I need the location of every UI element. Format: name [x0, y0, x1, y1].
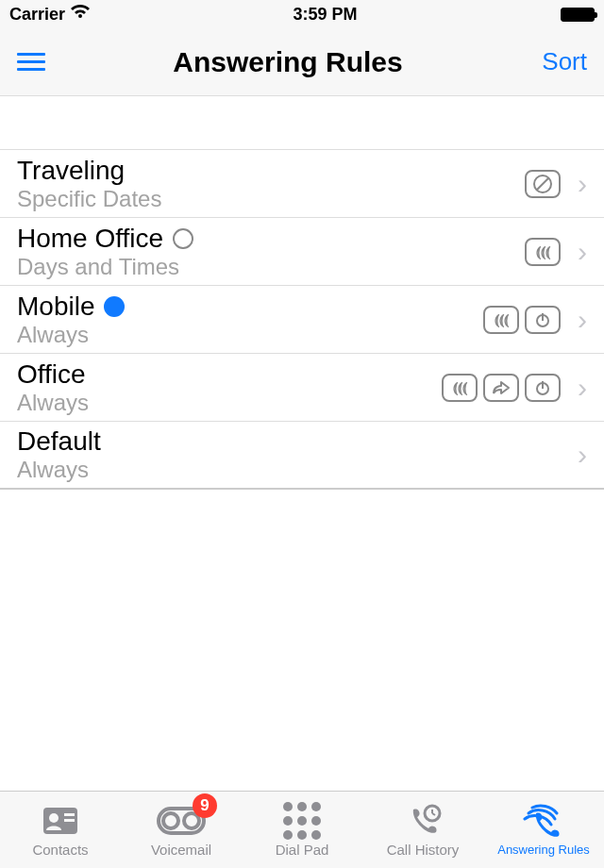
tab-label: Answering Rules — [497, 843, 590, 857]
contacts-icon — [40, 802, 81, 840]
block-icon — [525, 170, 561, 198]
svg-point-11 — [163, 813, 178, 828]
dialpad-icon — [283, 802, 321, 840]
voicemail-badge: 9 — [193, 793, 217, 818]
rules-list: Traveling Specific Dates › Home Office D… — [0, 149, 604, 490]
rule-title: Traveling — [17, 156, 125, 186]
tab-voicemail[interactable]: 9 Voicemail — [121, 792, 242, 868]
rule-row-home-office[interactable]: Home Office Days and Times ⦅⦅⦅ › — [0, 218, 604, 286]
simring-icon: ⦅⦅⦅ — [525, 238, 561, 266]
status-dot-empty-icon — [173, 228, 193, 249]
svg-line-1 — [537, 178, 548, 190]
page-title: Answering Rules — [55, 46, 521, 78]
rule-subtitle: Specific Dates — [17, 186, 525, 212]
svg-point-7 — [49, 813, 59, 823]
rule-title: Mobile — [17, 292, 94, 322]
tab-answering-rules[interactable]: Answering Rules — [483, 792, 604, 868]
tab-label: Voicemail — [151, 842, 211, 858]
rule-row-traveling[interactable]: Traveling Specific Dates › — [0, 150, 604, 218]
sort-button[interactable]: Sort — [521, 47, 587, 76]
chevron-right-icon: › — [578, 168, 587, 200]
simring-icon: ⦅⦅⦅ — [483, 306, 519, 334]
power-icon — [525, 374, 561, 402]
status-right — [561, 8, 595, 22]
chevron-right-icon: › — [578, 304, 587, 336]
wifi-icon — [71, 5, 90, 25]
svg-rect-9 — [64, 819, 75, 822]
simring-icon: ⦅⦅⦅ — [442, 374, 478, 402]
svg-line-15 — [432, 813, 435, 815]
answering-rules-icon — [523, 803, 564, 841]
tab-contacts[interactable]: Contacts — [0, 792, 121, 868]
rule-subtitle: Always — [17, 457, 561, 483]
hamburger-icon — [17, 53, 55, 71]
carrier-label: Carrier — [9, 5, 65, 25]
forward-icon — [483, 374, 519, 402]
rule-subtitle: Always — [17, 390, 442, 416]
rule-title: Default — [17, 426, 101, 457]
rule-subtitle: Always — [17, 322, 483, 348]
nav-bar: Answering Rules Sort — [0, 28, 604, 96]
tab-call-history[interactable]: Call History — [362, 792, 483, 868]
status-time: 3:59 PM — [294, 5, 358, 25]
chevron-right-icon: › — [578, 236, 587, 268]
menu-button[interactable] — [17, 53, 55, 71]
rule-title: Home Office — [17, 224, 163, 254]
tab-bar: Contacts 9 Voicemail Dial Pad Call Histo… — [0, 791, 604, 868]
status-dot-active-icon — [104, 296, 125, 317]
rule-title: Office — [17, 359, 86, 390]
rule-subtitle: Days and Times — [17, 254, 525, 280]
rule-row-default[interactable]: Default Always › — [0, 422, 604, 490]
chevron-right-icon: › — [578, 439, 587, 471]
status-left: Carrier — [9, 5, 90, 25]
rule-row-office[interactable]: Office Always ⦅⦅⦅ › — [0, 354, 604, 422]
tab-label: Call History — [387, 842, 460, 858]
tab-label: Contacts — [32, 842, 88, 858]
rule-row-mobile[interactable]: Mobile Always ⦅⦅⦅ › — [0, 286, 604, 354]
chevron-right-icon: › — [578, 372, 587, 404]
tab-label: Dial Pad — [276, 842, 329, 858]
tab-dialpad[interactable]: Dial Pad — [242, 792, 362, 868]
battery-icon — [561, 8, 595, 22]
power-icon — [525, 306, 561, 334]
call-history-icon — [404, 802, 442, 840]
status-bar: Carrier 3:59 PM — [0, 0, 604, 28]
svg-rect-8 — [64, 813, 75, 816]
